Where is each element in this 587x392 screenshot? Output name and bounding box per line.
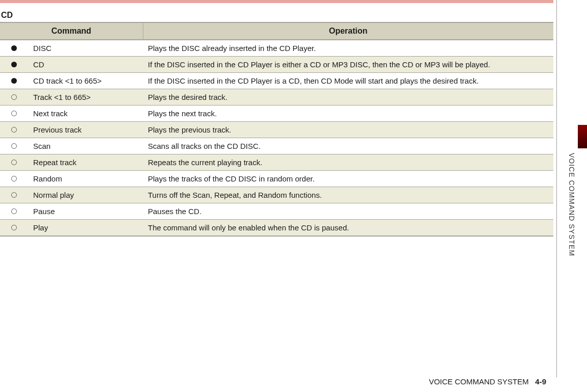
side-tab-label: VOICE COMMAND SYSTEM <box>568 153 576 256</box>
command-cell: Normal play <box>28 187 143 203</box>
table-row: Normal playTurns off the Scan, Repeat, a… <box>0 187 553 203</box>
page-content: CD Command Operation DISCPlays the DISC … <box>0 3 553 237</box>
bullet-empty-icon <box>0 171 28 187</box>
operation-cell: Pauses the CD. <box>143 203 553 220</box>
bullet-empty-icon <box>0 89 28 106</box>
operation-cell: Scans all tracks on the CD DISC. <box>143 138 553 154</box>
operation-cell: Plays the tracks of the CD DISC in rando… <box>143 171 553 187</box>
command-cell: DISC <box>28 40 143 57</box>
bullet-filled-icon <box>0 57 28 73</box>
table-header-row: Command Operation <box>0 22 553 40</box>
table-row: Next trackPlays the next track. <box>0 106 553 122</box>
table-row: CDIf the DISC inserted in the CD Player … <box>0 57 553 73</box>
command-cell: Repeat track <box>28 154 143 171</box>
bullet-empty-icon <box>0 138 28 154</box>
command-cell: Next track <box>28 106 143 122</box>
table-row: Previous trackPlays the previous track. <box>0 122 553 138</box>
command-cell: Play <box>28 220 143 237</box>
footer-page-number: 4-9 <box>535 377 546 386</box>
side-tab: VOICE COMMAND SYSTEM <box>556 0 587 377</box>
footer-label: VOICE COMMAND SYSTEM <box>429 377 529 386</box>
operation-cell: If the DISC inserted in the CD Player is… <box>143 57 553 73</box>
bullet-filled-icon <box>0 40 28 57</box>
bullet-empty-icon <box>0 122 28 138</box>
operation-cell: Plays the desired track. <box>143 89 553 106</box>
command-cell: Random <box>28 171 143 187</box>
column-header-operation: Operation <box>143 22 553 40</box>
operation-cell: The command will only be enabled when th… <box>143 220 553 237</box>
operation-cell: Plays the previous track. <box>143 122 553 138</box>
table-row: CD track <1 to 665>If the DISC inserted … <box>0 73 553 89</box>
table-row: Track <1 to 665>Plays the desired track. <box>0 89 553 106</box>
operation-cell: Turns off the Scan, Repeat, and Random f… <box>143 187 553 203</box>
page-footer: VOICE COMMAND SYSTEM 4-9 <box>429 377 546 386</box>
command-cell: Track <1 to 665> <box>28 89 143 106</box>
table-row: PausePauses the CD. <box>0 203 553 220</box>
commands-table: Command Operation DISCPlays the DISC alr… <box>0 22 553 237</box>
operation-cell: Plays the next track. <box>143 106 553 122</box>
column-header-command: Command <box>0 22 143 40</box>
command-cell: Scan <box>28 138 143 154</box>
command-cell: CD track <1 to 665> <box>28 73 143 89</box>
table-row: PlayThe command will only be enabled whe… <box>0 220 553 237</box>
side-tab-thumb <box>578 125 587 148</box>
table-row: DISCPlays the DISC already inserted in t… <box>0 40 553 57</box>
operation-cell: If the DISC inserted in the CD Player is… <box>143 73 553 89</box>
command-cell: CD <box>28 57 143 73</box>
bullet-empty-icon <box>0 203 28 220</box>
command-cell: Pause <box>28 203 143 220</box>
table-row: ScanScans all tracks on the CD DISC. <box>0 138 553 154</box>
command-cell: Previous track <box>28 122 143 138</box>
bullet-empty-icon <box>0 154 28 171</box>
bullet-empty-icon <box>0 106 28 122</box>
bullet-empty-icon <box>0 187 28 203</box>
bullet-empty-icon <box>0 220 28 237</box>
bullet-filled-icon <box>0 73 28 89</box>
section-title: CD <box>1 11 553 20</box>
operation-cell: Repeats the current playing track. <box>143 154 553 171</box>
table-row: RandomPlays the tracks of the CD DISC in… <box>0 171 553 187</box>
operation-cell: Plays the DISC already inserted in the C… <box>143 40 553 57</box>
table-row: Repeat trackRepeats the current playing … <box>0 154 553 171</box>
